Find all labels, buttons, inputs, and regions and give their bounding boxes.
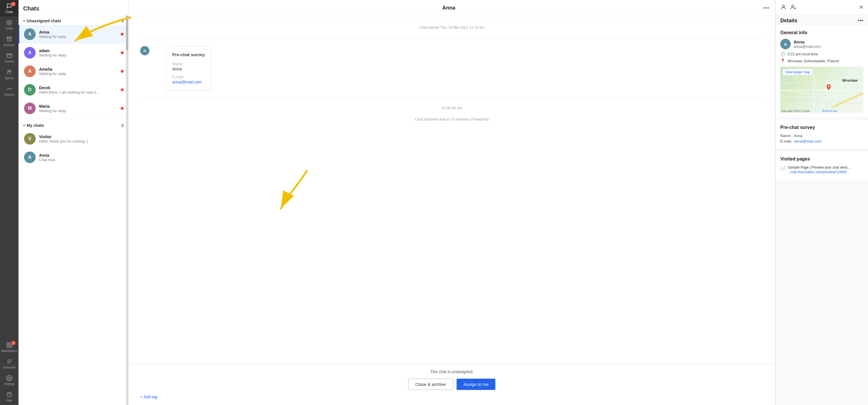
avatar-anna: A xyxy=(24,28,36,40)
section-divider xyxy=(19,119,128,119)
scroll-indicator[interactable] xyxy=(126,16,128,405)
map-city-label: Wrocław xyxy=(842,78,858,83)
chat-name-adam: adam xyxy=(39,48,119,53)
visited-page-url[interactable]: .../cdn.livechatinc.com/preview/12680f xyxy=(788,170,850,174)
person-icon xyxy=(780,4,787,10)
map-copyright: Map data ©2021 Google xyxy=(781,110,810,112)
chat-bottom-buttons: Close & archive Assign to me xyxy=(408,379,496,390)
sidebar-item-agents[interactable]: Agents xyxy=(0,66,19,83)
avatar-derek: D xyxy=(24,84,36,95)
chat-item-maria[interactable]: M Maria Waiting for reply xyxy=(19,99,128,118)
pre-chat-email-value: anna@mail.com xyxy=(172,80,205,84)
unassigned-chevron: ▾ xyxy=(23,19,25,23)
chat-preview-adam: Waiting for reply xyxy=(39,53,119,57)
sidebar-item-settings[interactable]: Settings xyxy=(0,372,19,388)
sidebar-item-label-settings: Settings xyxy=(4,382,14,385)
survey-name-row: Name: Anna xyxy=(780,134,863,138)
agents-icon xyxy=(6,69,12,75)
chat-divider-mid xyxy=(140,97,764,98)
svg-rect-2 xyxy=(7,37,12,38)
pre-chat-name-label: Name: xyxy=(172,62,205,66)
sidebar-item-label-chats: Chats xyxy=(5,10,13,13)
sidebar-item-subscribe[interactable]: Subscribe xyxy=(0,355,19,372)
map-container: Wrocław View larger map Map data ©2021 G… xyxy=(780,67,863,113)
sidebar-item-marketplace[interactable]: 1 Marketplace xyxy=(0,339,19,355)
chat-item-anna2[interactable]: A Anna Chat now xyxy=(19,148,128,167)
chat-item-adam[interactable]: A adam Waiting for reply xyxy=(19,44,128,62)
pre-chat-message-row: A Pre-chat survey Name: Anna E-mail: ann… xyxy=(140,46,764,90)
reports-icon xyxy=(6,85,12,92)
close-archive-button[interactable]: Close & archive xyxy=(408,379,453,390)
sidebar-item-label-agents: Agents xyxy=(5,77,13,80)
svg-point-7 xyxy=(9,70,11,72)
sidebar-item-tickets[interactable]: Tickets xyxy=(0,50,19,66)
details-title: Details xyxy=(780,18,797,24)
details-more-options[interactable]: ••• xyxy=(858,18,863,24)
chat-preview-maria: Waiting for reply xyxy=(39,109,119,113)
my-chats-section-count: 2 xyxy=(121,123,124,128)
chat-name-amelia: Amelia xyxy=(39,67,119,71)
survey-email-value: anna@mail.com xyxy=(794,139,822,143)
help-icon xyxy=(6,392,12,398)
map-terms[interactable]: Terms of Use xyxy=(822,110,837,112)
svg-point-27 xyxy=(828,85,829,87)
pre-chat-card-title: Pre-chat survey xyxy=(172,52,205,57)
sidebar-item-reports[interactable]: Reports xyxy=(0,83,19,99)
assign-to-me-button[interactable]: Assign to me xyxy=(457,379,496,390)
my-chats-section-header[interactable]: ▾ My chats 2 xyxy=(19,120,128,129)
general-info-email: anna@mail.com xyxy=(794,44,821,49)
sidebar-item-label-reports: Reports xyxy=(4,93,14,96)
chat-name-visitor: Visitor xyxy=(39,135,124,139)
location-icon: 📍 xyxy=(780,59,785,63)
sidebar-item-help[interactable]: Help xyxy=(0,388,19,405)
avatar-anna2: A xyxy=(24,151,36,163)
my-chats-chevron: ▾ xyxy=(23,123,25,127)
visited-pages-title: Visited pages xyxy=(780,156,863,162)
sidebar-item-label-traffic: Traffic xyxy=(5,27,13,30)
avatar-adam: A xyxy=(24,47,36,59)
chat-more-options[interactable]: ••• xyxy=(763,5,769,11)
svg-point-0 xyxy=(7,20,12,25)
map-pin xyxy=(826,84,831,92)
chat-name-maria: Maria xyxy=(39,104,119,109)
general-info-avatar: A xyxy=(780,39,791,49)
chat-name-anna: Anna xyxy=(39,30,119,34)
chat-item-visitor[interactable]: V Visitor Hello, thank you for coming :) xyxy=(19,129,128,148)
sidebar-item-archives[interactable]: Archives xyxy=(0,33,19,50)
add-tag-link[interactable]: + Add tag xyxy=(140,395,157,399)
chat-item-derek[interactable]: D Derek Hello there. I am looking for ne… xyxy=(19,81,128,99)
unassigned-section-header[interactable]: ▾ Unassigned chats 5 xyxy=(19,16,128,25)
svg-point-6 xyxy=(8,70,9,72)
sidebar-item-label-help: Help xyxy=(6,399,12,402)
sidebar-item-label-tickets: Tickets xyxy=(5,60,13,63)
chat-info-adam: adam Waiting for reply xyxy=(39,48,119,57)
chat-list-panel: Chats ▾ Unassigned chats 5 A Anna Waitin… xyxy=(19,0,129,405)
unread-dot-anna xyxy=(121,33,124,36)
chat-preview-visitor: Hello, thank you for coming :) xyxy=(39,139,124,143)
add-person-icon[interactable] xyxy=(790,4,797,10)
view-larger-map-link[interactable]: View larger map xyxy=(783,69,813,75)
survey-name-value: Anna xyxy=(794,134,802,138)
chat-divider-top xyxy=(140,39,764,39)
chat-name-anna2: Anna xyxy=(39,153,124,157)
sidebar-item-chats[interactable]: 5 Chats xyxy=(0,0,19,17)
svg-line-22 xyxy=(780,90,824,95)
sidebar-item-label-subscribe: Subscribe xyxy=(3,366,16,369)
sidebar-item-label-marketplace: Marketplace xyxy=(1,349,17,353)
details-close-button[interactable]: ✕ xyxy=(859,4,863,10)
info-local-time: 🕐 3:21 pm local time xyxy=(780,52,863,56)
chat-info-amelia: Amelia Waiting for reply xyxy=(39,67,119,76)
page-icon: 📄 xyxy=(780,166,786,171)
archive-reason: Chat archived due to 10 minutes of inact… xyxy=(140,117,764,121)
chat-list-scroll-inner: ▾ Unassigned chats 5 A Anna Waiting for … xyxy=(19,16,128,405)
svg-point-16 xyxy=(7,392,12,397)
chat-item-anna[interactable]: A Anna Waiting for reply xyxy=(19,25,128,44)
traffic-icon xyxy=(6,20,12,26)
chat-info-anna: Anna Waiting for reply xyxy=(39,30,119,39)
general-info-title: General info xyxy=(780,30,863,35)
chat-item-amelia[interactable]: A Amelia Waiting for reply xyxy=(19,62,128,81)
sidebar-item-traffic[interactable]: Traffic xyxy=(0,17,19,33)
chats-badge: 5 xyxy=(11,2,16,6)
unread-dot-maria xyxy=(121,107,124,110)
chat-preview-anna: Waiting for reply xyxy=(39,34,119,39)
